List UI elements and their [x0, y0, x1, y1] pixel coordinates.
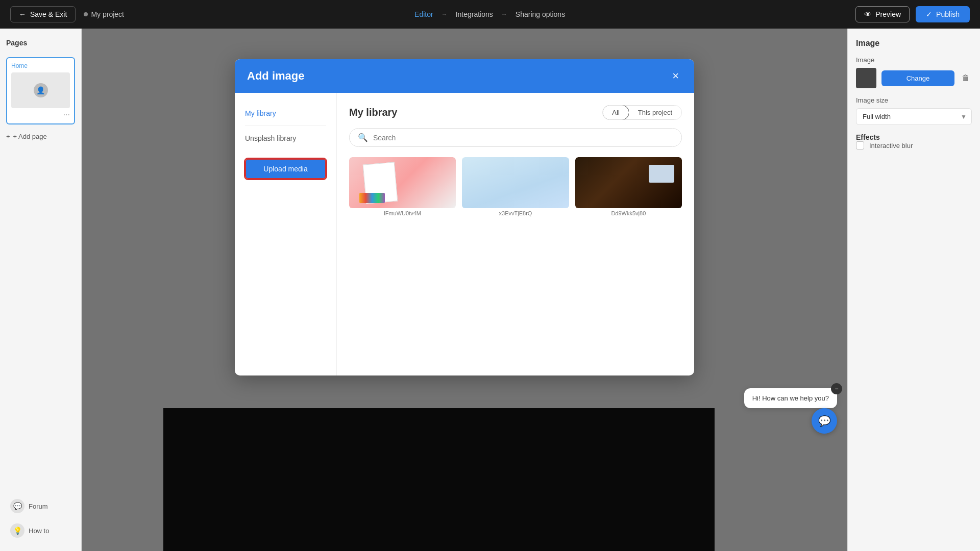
- image-label-3: Dd9Wkk5vj80: [575, 210, 682, 216]
- left-sidebar: Pages Home 👤 ··· + + Add page 💬 Forum 💡 …: [0, 29, 82, 551]
- page-options-dots[interactable]: ···: [11, 110, 70, 119]
- modal-header: Add image ×: [235, 59, 694, 93]
- library-title: My library: [349, 107, 397, 118]
- project-name-label: My project: [91, 10, 124, 18]
- image-preview-row: Change 🗑: [856, 68, 972, 88]
- arrow-left-icon: ←: [19, 10, 26, 18]
- image-thumb-2: [462, 157, 569, 208]
- nav-right: 👁 Preview ✓ Publish: [855, 6, 970, 22]
- blur-label: Interactive blur: [869, 142, 913, 149]
- chat-close-button[interactable]: −: [831, 383, 842, 394]
- image-label-1: lFmuWU0tv4M: [349, 210, 456, 216]
- modal-nav-mylibrary[interactable]: My library: [245, 105, 326, 121]
- page-preview-area: 👤: [11, 72, 70, 108]
- howto-label: How to: [29, 527, 49, 535]
- nav-arrow-1: →: [442, 11, 448, 18]
- preview-button[interactable]: 👁 Preview: [855, 6, 910, 22]
- image-section: Image Change 🗑: [856, 56, 972, 88]
- nav-step-editor[interactable]: Editor: [414, 10, 433, 18]
- right-sidebar-title: Image: [856, 39, 972, 48]
- current-image-thumb: [856, 68, 876, 88]
- forum-label: Forum: [29, 503, 48, 510]
- modal-content-area: My library All This project 🔍: [337, 93, 694, 375]
- pink-book-image: [349, 157, 456, 208]
- image-size-label: Image size: [856, 96, 972, 104]
- image-grid: lFmuWU0tv4M x3EvvTjE8rQ: [349, 157, 682, 216]
- howto-icon: 💡: [10, 523, 24, 538]
- trash-icon: 🗑: [962, 73, 970, 82]
- modal-title: Add image: [247, 69, 304, 83]
- nav-step-integrations[interactable]: Integrations: [456, 10, 493, 18]
- pages-title: Pages: [6, 39, 75, 47]
- modal-overlay[interactable]: Add image × My library Unsplash library: [82, 29, 847, 551]
- change-image-button[interactable]: Change: [881, 70, 954, 86]
- publish-button[interactable]: ✓ Publish: [916, 6, 970, 22]
- image-card-1[interactable]: lFmuWU0tv4M: [349, 157, 456, 216]
- image-size-select-wrapper: Full width ▼: [856, 108, 972, 125]
- upload-media-button[interactable]: Upload media: [245, 159, 326, 179]
- search-input[interactable]: [373, 134, 673, 142]
- library-header: My library All This project: [349, 105, 682, 120]
- user-icon: 👤: [36, 86, 45, 94]
- nav-steps: Editor → Integrations → Sharing options: [132, 10, 847, 18]
- modal-nav-divider: [245, 126, 326, 126]
- preview-label: Preview: [875, 10, 901, 18]
- image-size-select[interactable]: Full width: [856, 108, 972, 125]
- blur-row: Interactive blur: [856, 141, 972, 149]
- image-thumb-3: [575, 157, 682, 208]
- app-body: Pages Home 👤 ··· + + Add page 💬 Forum 💡 …: [0, 29, 980, 551]
- chat-messenger-button[interactable]: 💬: [812, 408, 837, 434]
- modal-body: My library Unsplash library Upload media…: [235, 93, 694, 375]
- page-home-thumb[interactable]: Home 👤 ···: [6, 57, 75, 124]
- add-page-label: + Add page: [13, 133, 47, 140]
- sidebar-bottom: 💬 Forum 💡 How to: [6, 496, 75, 541]
- nav-step-sharing[interactable]: Sharing options: [516, 10, 565, 18]
- save-exit-button[interactable]: ← Save & Exit: [10, 6, 76, 22]
- publish-label: Publish: [936, 10, 960, 18]
- chat-bubble: − Hi! How can we help you?: [744, 388, 837, 408]
- nav-arrow-2: →: [501, 11, 507, 18]
- add-page-button[interactable]: + + Add page: [6, 131, 75, 142]
- image-size-section: Image size Full width ▼: [856, 96, 972, 125]
- filter-project-button[interactable]: This project: [629, 106, 681, 119]
- add-image-modal: Add image × My library Unsplash library: [235, 59, 694, 375]
- image-label-2: x3EvvTjE8rQ: [462, 210, 569, 216]
- image-card-3[interactable]: Dd9Wkk5vj80: [575, 157, 682, 216]
- top-nav: ← Save & Exit My project Editor → Integr…: [0, 0, 980, 29]
- forum-item[interactable]: 💬 Forum: [6, 496, 75, 516]
- save-exit-label: Save & Exit: [30, 10, 67, 18]
- effects-section: Effects Interactive blur: [856, 133, 972, 149]
- image-card-2[interactable]: x3EvvTjE8rQ: [462, 157, 569, 216]
- light-blue-image: [462, 157, 569, 208]
- search-bar: 🔍: [349, 128, 682, 147]
- blur-checkbox[interactable]: [856, 141, 864, 149]
- chat-message: Hi! How can we help you?: [752, 394, 829, 402]
- delete-image-button[interactable]: 🗑: [960, 71, 972, 85]
- plus-icon: +: [6, 133, 10, 140]
- forum-icon: 💬: [10, 499, 24, 513]
- check-icon: ✓: [926, 10, 932, 18]
- eye-icon: 👁: [864, 10, 871, 18]
- image-thumb-1: [349, 157, 456, 208]
- right-sidebar: Image Image Change 🗑 Image size Full wid…: [847, 29, 980, 551]
- search-icon: 🔍: [358, 133, 368, 142]
- modal-close-button[interactable]: ×: [669, 69, 682, 83]
- page-home-icon: 👤: [34, 83, 48, 97]
- dark-person-image: [575, 157, 682, 208]
- modal-nav-unsplash[interactable]: Unsplash library: [245, 130, 326, 146]
- messenger-icon: 💬: [818, 415, 831, 427]
- filter-group: All This project: [602, 105, 682, 120]
- image-section-label: Image: [856, 56, 972, 64]
- main-canvas[interactable]: Add image × My library Unsplash library: [82, 29, 847, 551]
- page-home-label: Home: [11, 62, 70, 69]
- project-dot: [84, 12, 88, 16]
- modal-sidebar: My library Unsplash library Upload media: [235, 93, 337, 375]
- effects-title: Effects: [856, 133, 972, 141]
- howto-item[interactable]: 💡 How to: [6, 520, 75, 541]
- project-name-area: My project: [84, 10, 124, 18]
- filter-all-button[interactable]: All: [602, 105, 629, 120]
